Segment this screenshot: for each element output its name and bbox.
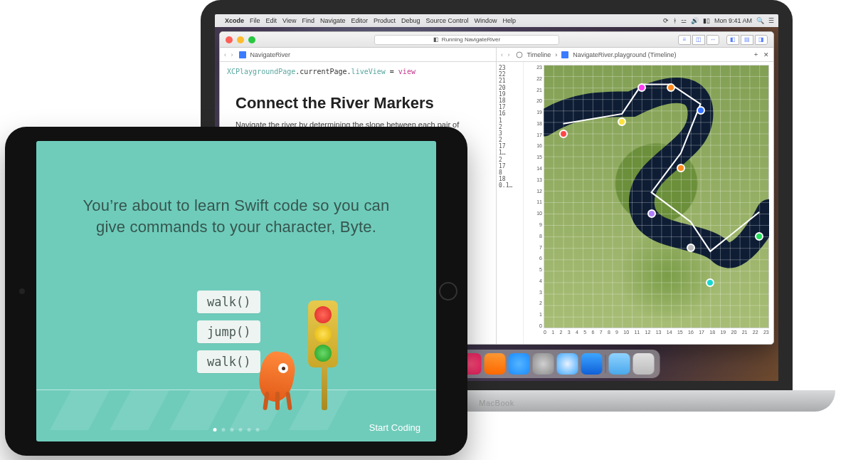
river-marker[interactable]: [755, 232, 763, 241]
menubar-clock[interactable]: Mon 9:41 AM: [714, 17, 752, 24]
version-editor-button[interactable]: ↔: [706, 35, 719, 45]
doc-title: Connect the River Markers: [235, 94, 480, 113]
close-pane-button[interactable]: ✕: [763, 51, 769, 58]
river-marker[interactable]: [618, 117, 626, 126]
ipad-device: You’re about to learn Swift code so you …: [5, 127, 467, 456]
traffic-light-yellow-icon: [314, 325, 332, 343]
playground-file-icon: [239, 51, 246, 58]
intro-headline: You’re about to learn Swift code so you …: [36, 195, 436, 237]
svg-point-1: [517, 52, 522, 58]
svg-rect-0: [239, 51, 246, 58]
standard-editor-button[interactable]: ≡: [678, 35, 691, 45]
ipad-home-button[interactable]: [439, 282, 457, 300]
xcode-activity-field: ◧ Running NavigateRiver: [374, 35, 559, 45]
river-marker[interactable]: [647, 209, 656, 218]
code-chip[interactable]: walk(): [197, 291, 260, 313]
river-marker[interactable]: [687, 244, 695, 252]
jumpbar-right-item[interactable]: Timeline: [527, 51, 551, 58]
chart-y-axis: 23222120191817161514131211109876543210: [531, 65, 542, 328]
menubar-app-name[interactable]: Xcode: [225, 17, 244, 24]
bluetooth-icon[interactable]: ᚼ: [673, 17, 677, 24]
traffic-light-green-icon: [314, 345, 332, 362]
assistant-pane: 23222120191817161232171…2178180.1… 23222…: [497, 62, 773, 344]
menubar-item[interactable]: Window: [475, 17, 497, 24]
river-chart: [544, 65, 769, 328]
code-token: XCPlaygroundPage: [227, 68, 295, 75]
source-editor[interactable]: XCPlaygroundPage.currentPage.liveView = …: [220, 62, 496, 81]
jumpbar-right-item[interactable]: NavigateRiver.playground (Timeline): [573, 51, 676, 58]
svg-rect-2: [561, 51, 568, 58]
menubar-item[interactable]: File: [250, 17, 260, 24]
window-zoom-button[interactable]: [248, 36, 255, 43]
macos-menubar: Xcode File Edit View Find Navigate Edito…: [215, 14, 778, 27]
river-marker[interactable]: [677, 164, 685, 172]
menubar-item[interactable]: Source Control: [426, 17, 469, 24]
byte-character: [250, 339, 307, 410]
ipad-camera: [19, 288, 25, 294]
code-token: view: [398, 68, 416, 75]
running-indicator-icon: ◧: [433, 36, 439, 43]
jumpbar-history-icons[interactable]: ‹ ›: [501, 51, 512, 58]
notification-center-icon[interactable]: ☰: [768, 17, 774, 24]
river-marker[interactable]: [667, 83, 675, 92]
headline-line: give commands to your character, Byte.: [36, 216, 436, 238]
xcode-jumpbar: ‹ › NavigateRiver ‹ › Timeline: [220, 48, 773, 62]
jumpbar-left-item[interactable]: NavigateRiver: [250, 51, 291, 58]
traffic-light-red-icon: [314, 306, 332, 323]
menubar-item[interactable]: Product: [374, 17, 396, 24]
toggle-debug-button[interactable]: ▤: [741, 35, 753, 45]
river-marker[interactable]: [706, 278, 714, 287]
volume-icon[interactable]: 🔊: [691, 17, 699, 24]
dock-divider: [605, 355, 606, 373]
dock-app-settings[interactable]: [533, 353, 554, 375]
spotlight-icon[interactable]: 🔍: [756, 17, 764, 24]
dock-trash[interactable]: [633, 353, 655, 375]
menubar-item[interactable]: Navigate: [320, 17, 346, 24]
macbook-label: MacBook: [479, 399, 514, 407]
dock-app-books[interactable]: [485, 353, 506, 375]
xcode-titlebar: ◧ Running NavigateRiver ≡ ◫ ↔ ◧ ▤: [220, 32, 773, 48]
river-marker[interactable]: [697, 106, 705, 115]
menubar-item[interactable]: Help: [503, 17, 517, 24]
menubar-item[interactable]: View: [282, 17, 296, 24]
code-token: .currentPage.: [295, 68, 351, 75]
start-coding-button[interactable]: Start Coding: [369, 422, 420, 433]
assistant-editor-button[interactable]: ◫: [692, 35, 705, 45]
dock-app-appstore[interactable]: [509, 353, 530, 375]
menubar-item[interactable]: Find: [302, 17, 314, 24]
swift-playgrounds-screen: You’re about to learn Swift code so you …: [36, 141, 436, 441]
panel-toggle-segmented: ◧ ▤ ◨: [726, 35, 768, 45]
menubar-item[interactable]: Debug: [401, 17, 420, 24]
chart-x-axis: 01234567891011121314151617181920212223: [544, 330, 769, 340]
dock-app-xcode[interactable]: [581, 353, 603, 375]
add-pane-button[interactable]: ＋: [753, 50, 759, 59]
battery-icon[interactable]: ▮▯: [703, 17, 710, 24]
code-token: =: [386, 68, 398, 75]
menubar-item[interactable]: Editor: [351, 17, 368, 24]
xcode-activity-text: Running NavigateRiver: [442, 36, 500, 43]
menubar-status: ⟳ ᚼ ⚍ 🔊 ▮▯ Mon 9:41 AM 🔍 ☰: [663, 17, 774, 24]
window-minimize-button[interactable]: [237, 36, 244, 43]
marker-polyline: [544, 65, 769, 291]
wifi-icon[interactable]: ⚍: [681, 17, 687, 24]
jumpbar-history-icons[interactable]: ‹ ›: [224, 51, 235, 58]
dock-downloads-folder[interactable]: [609, 353, 630, 375]
result-sidebar: 23222120191817161232171…2178180.1…: [497, 62, 524, 344]
toggle-navigator-button[interactable]: ◧: [726, 35, 739, 45]
live-view: 23222120191817161514131211109876543210: [524, 62, 773, 344]
toggle-inspector-button[interactable]: ◨: [755, 35, 768, 45]
river-marker[interactable]: [559, 130, 568, 138]
window-close-button[interactable]: [226, 36, 233, 43]
editor-layout-segmented: ≡ ◫ ↔: [678, 35, 719, 45]
sync-icon[interactable]: ⟳: [663, 17, 669, 24]
timeline-icon: [516, 51, 523, 58]
headline-line: You’re about to learn Swift code so you …: [36, 195, 436, 216]
dock-app-safari[interactable]: [557, 353, 578, 375]
menubar-item[interactable]: Edit: [266, 17, 277, 24]
page-indicator[interactable]: [213, 428, 260, 432]
river-marker[interactable]: [637, 83, 646, 92]
traffic-light: [304, 300, 344, 410]
playground-file-icon: [561, 51, 568, 58]
code-token: liveView: [351, 68, 386, 75]
chevron-right-icon: ›: [555, 51, 557, 58]
